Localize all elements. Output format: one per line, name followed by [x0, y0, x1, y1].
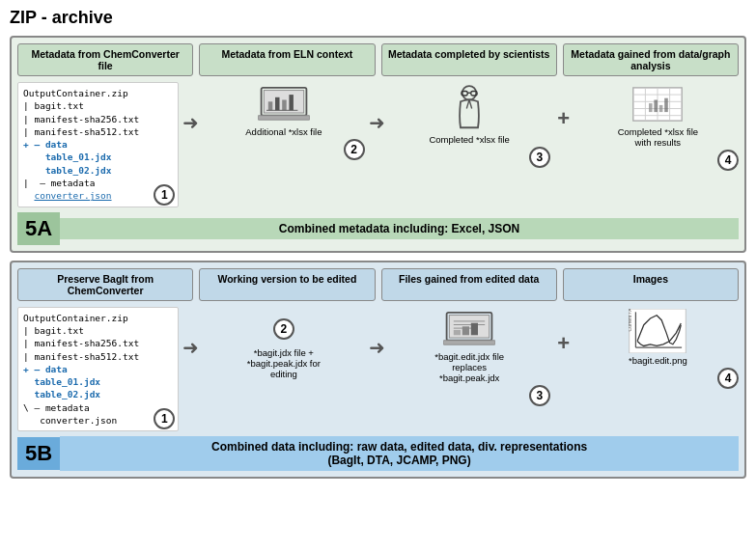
- main-container: ZIP - archive Metadata from ChemConverte…: [0, 0, 756, 551]
- step-2b-header: Working version to be edited: [199, 268, 375, 301]
- footer-text-5b: Combined data including: raw data, edite…: [60, 436, 739, 471]
- section-5a: Metadata from ChemConverter file Metadat…: [10, 36, 746, 253]
- graph-label: Completed *xlsx filewith results: [577, 126, 739, 148]
- step-3a-header: Metadata completed by scientists: [381, 43, 557, 76]
- circle-1b: 1: [154, 408, 175, 429]
- arrow-1a: ➜: [182, 82, 199, 134]
- footer-text-5a: Combined metadata including: Excel, JSON: [60, 218, 739, 239]
- svg-rect-26: [665, 98, 669, 112]
- svg-rect-3: [275, 97, 280, 111]
- svg-rect-5: [289, 95, 294, 110]
- step2b-label: *bagit.jdx file +*bagit.peak.jdx foredit…: [209, 347, 358, 379]
- step-3b-header: Files gained from edited data: [381, 268, 557, 301]
- plus-sign-5a: +: [554, 82, 574, 131]
- scientist-icon: [452, 84, 487, 132]
- step-1b-header: Preserve BagIt from ChemConverter: [17, 268, 193, 301]
- scientist-label: Completed *xlsx file: [389, 134, 550, 145]
- footer-5b: 5B Combined data including: raw data, ed…: [17, 436, 739, 471]
- step4b-label: *bagit.edit.png: [577, 355, 739, 366]
- plus-sign-5b: +: [554, 307, 574, 356]
- page-title: ZIP - archive: [10, 8, 746, 28]
- step-2a-header: Metadata from ELN context: [199, 43, 375, 76]
- circle-4a: 4: [717, 150, 739, 171]
- section-5b-headers: Preserve BagIt from ChemConverter Workin…: [17, 268, 739, 301]
- arrow-2b: ➜: [369, 307, 385, 359]
- svg-rect-4: [282, 100, 287, 111]
- step-1a-header: Metadata from ChemConverter file: [17, 43, 193, 76]
- svg-rect-35: [443, 340, 495, 344]
- section-5a-content: OutputContainer.zip | bagit.txt | manife…: [17, 82, 739, 207]
- step-1a-content: OutputContainer.zip | bagit.txt | manife…: [17, 82, 179, 207]
- circle-4b: 4: [717, 368, 739, 389]
- step-1a-inner: OutputContainer.zip | bagit.txt | manife…: [17, 82, 179, 207]
- svg-rect-25: [659, 105, 663, 112]
- section-5a-headers: Metadata from ChemConverter file Metadat…: [17, 43, 739, 76]
- circle-3a: 3: [529, 147, 550, 168]
- circle-3b: 3: [529, 385, 550, 406]
- step-4a-header: Metadata gained from data/graph analysis: [563, 43, 739, 76]
- svg-rect-32: [454, 330, 461, 335]
- arrow-1b: ➜: [182, 307, 199, 359]
- cv-chart-icon: Current / A: [629, 309, 686, 353]
- step-4a-inner: Completed *xlsx filewith results 4: [577, 86, 739, 171]
- step-1b-inner: OutputContainer.zip | bagit.txt | manife…: [17, 307, 179, 432]
- section-5b: Preserve BagIt from ChemConverter Workin…: [10, 261, 746, 480]
- circle-2a: 2: [344, 139, 365, 160]
- footer-label-5b: 5B: [17, 437, 60, 470]
- svg-rect-7: [258, 116, 310, 121]
- step-2a-inner: Additional *xlsx file 2: [203, 86, 364, 160]
- arrow-2a: ➜: [369, 82, 385, 134]
- step-2b-inner: 2 *bagit.jdx file +*bagit.peak.jdx fored…: [203, 307, 364, 385]
- step-2b-content: 2 *bagit.jdx file +*bagit.peak.jdx fored…: [203, 307, 364, 385]
- step-3a-content: Completed *xlsx file 3: [389, 82, 550, 168]
- section-5b-content: OutputContainer.zip | bagit.txt | manife…: [17, 307, 739, 432]
- circle-2b: 2: [273, 318, 294, 340]
- step-4b-content: Current / A *bagit.edit.png 4: [577, 307, 739, 389]
- step-1b-content: OutputContainer.zip | bagit.txt | manife…: [17, 307, 179, 432]
- svg-rect-24: [655, 100, 658, 113]
- svg-text:Current / A: Current / A: [629, 309, 632, 331]
- step3b-label: *bagit.edit.jdx filereplaces*bagit.peak.…: [389, 351, 550, 383]
- step-4a-content: Completed *xlsx filewith results 4: [577, 82, 739, 171]
- svg-rect-33: [462, 326, 469, 335]
- footer-label-5a: 5A: [17, 212, 60, 245]
- laptop-icon: [258, 86, 310, 123]
- spreadsheet-icon: [631, 86, 684, 123]
- step-3b-inner: *bagit.edit.jdx filereplaces*bagit.peak.…: [389, 311, 550, 406]
- svg-rect-23: [649, 103, 653, 112]
- circle-1a: 1: [154, 184, 175, 206]
- step-3b-content: *bagit.edit.jdx filereplaces*bagit.peak.…: [389, 307, 550, 406]
- svg-rect-2: [268, 101, 273, 110]
- step-3a-inner: Completed *xlsx file 3: [389, 84, 550, 168]
- footer-5a: 5A Combined metadata including: Excel, J…: [17, 212, 739, 245]
- step-2a-content: Additional *xlsx file 2: [203, 82, 364, 160]
- step-4b-header: Images: [563, 268, 739, 301]
- step-4b-inner: Current / A *bagit.edit.png 4: [577, 309, 739, 389]
- laptop-label: Additional *xlsx file: [203, 126, 364, 137]
- laptop-edit-icon: [443, 311, 495, 347]
- svg-rect-34: [471, 322, 478, 335]
